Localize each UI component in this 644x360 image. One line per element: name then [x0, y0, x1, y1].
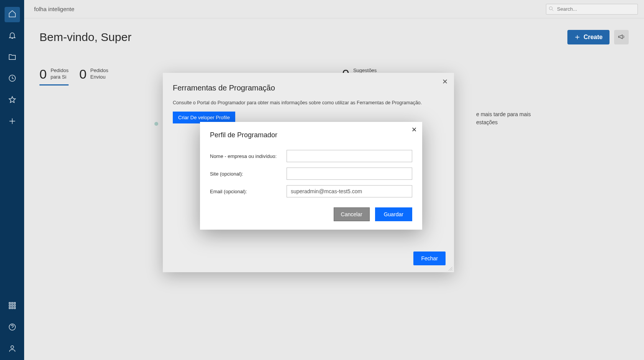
nav-account[interactable] — [5, 342, 20, 357]
nav-favorites[interactable] — [5, 93, 20, 108]
nav-notifications[interactable] — [5, 28, 20, 44]
megaphone-icon — [618, 33, 625, 42]
create-button-label: Create — [583, 34, 603, 41]
cancel-button[interactable]: Cancelar — [334, 207, 370, 221]
svg-rect-7 — [9, 307, 10, 309]
dialog-close-button[interactable]: Fechar — [413, 252, 446, 265]
announcements-button[interactable] — [614, 30, 629, 44]
name-input[interactable] — [287, 150, 412, 162]
svg-point-11 — [11, 346, 13, 348]
close-button[interactable]: ✕ — [442, 77, 448, 86]
svg-rect-1 — [9, 302, 10, 304]
bell-icon — [8, 31, 16, 41]
stat-label: Pedidos para Si — [51, 67, 69, 81]
search-box — [546, 4, 638, 15]
stat-number: 0 — [79, 67, 87, 81]
nav-apps[interactable] — [5, 299, 20, 314]
svg-rect-9 — [14, 307, 15, 309]
svg-rect-8 — [11, 307, 13, 309]
email-label: Email (opcional): — [210, 189, 287, 194]
nav-home[interactable] — [5, 7, 20, 22]
app-title: folha inteligente — [34, 6, 74, 12]
svg-rect-2 — [11, 302, 13, 304]
side-tip: e mais tarde para mais estações — [476, 110, 537, 127]
resize-handle[interactable] — [448, 266, 453, 271]
grid-icon — [8, 301, 16, 311]
save-button[interactable]: Guardar — [375, 207, 412, 221]
close-button[interactable]: ✕ — [411, 126, 417, 134]
search-icon — [548, 6, 554, 12]
folder-icon — [8, 53, 16, 62]
svg-rect-5 — [11, 305, 13, 306]
name-label: Nome - empresa ou indivíduo: — [210, 153, 287, 159]
email-input[interactable] — [287, 185, 412, 197]
stat-label: Pedidos Enviou — [90, 67, 108, 81]
dialog-description: Consulte o Portal do Programador para ob… — [163, 96, 454, 112]
help-icon — [8, 323, 16, 333]
clock-icon — [8, 74, 16, 84]
search-input[interactable] — [546, 4, 638, 15]
person-icon — [8, 344, 16, 354]
sidebar — [0, 0, 24, 360]
home-icon — [8, 10, 16, 20]
nav-add[interactable] — [5, 114, 20, 130]
site-label: Site (opcional): — [210, 171, 287, 177]
star-icon — [8, 95, 16, 105]
dialog-title: Perfil de Programador — [210, 131, 412, 139]
close-icon: ✕ — [411, 126, 417, 133]
topbar: folha inteligente — [24, 0, 644, 18]
nav-help[interactable] — [5, 320, 20, 335]
svg-rect-3 — [14, 302, 15, 304]
site-input[interactable] — [287, 168, 412, 180]
svg-rect-6 — [14, 305, 15, 306]
nav-folder[interactable] — [5, 50, 20, 65]
create-button[interactable]: Create — [567, 30, 610, 44]
svg-rect-4 — [9, 305, 10, 306]
close-icon: ✕ — [442, 78, 448, 85]
tab-requests-for-you[interactable]: 0 Pedidos para Si — [39, 67, 69, 85]
stat-number: 0 — [39, 67, 47, 81]
dialog-title: Ferramentas de Programação — [163, 73, 454, 96]
developer-profile-dialog: ✕ Perfil de Programador Nome - empresa o… — [200, 122, 422, 230]
svg-point-12 — [549, 7, 552, 10]
page-title: Bem-vindo, Super — [39, 31, 131, 44]
plus-icon — [574, 34, 580, 40]
plus-icon — [8, 117, 16, 127]
nav-recent[interactable] — [5, 71, 20, 87]
tab-requests-sent[interactable]: 0 Pedidos Enviou — [79, 67, 108, 84]
